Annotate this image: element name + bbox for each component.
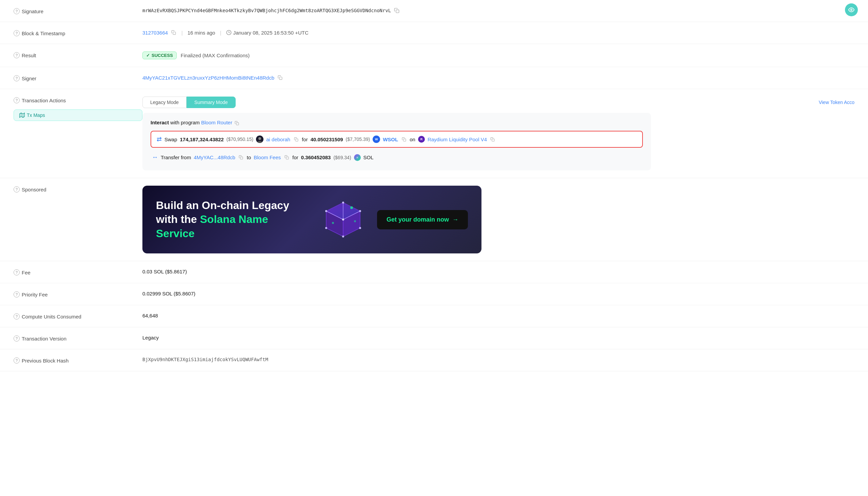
wsol-copy-icon[interactable]	[401, 136, 407, 142]
svg-point-10	[258, 137, 261, 140]
transfer-action-row: ↔ Transfer from 4MyYAC...48Rdcb to Bloom…	[151, 151, 643, 164]
compute-units-help-icon[interactable]: ?	[14, 313, 20, 320]
transfer-amount: 0.360452083	[301, 155, 331, 160]
block-label: ? Block & Timestamp	[14, 30, 143, 36]
signature-content: mrWAzEvRXBQSJPKPCYnd4eGBFMnkeo4KTkzkyBv7…	[143, 7, 854, 14]
banner-cta-button[interactable]: Get your domain now →	[377, 210, 468, 229]
tx-version-label: ? Transaction Version	[14, 335, 143, 341]
sponsored-banner[interactable]: Build an On-chain Legacy with the Solana…	[143, 186, 481, 253]
block-number-link[interactable]: 312703664	[143, 30, 168, 35]
prev-hash-content: BjXpvU9nhDKTEJXgiS13imiajfdcokYSvLUQWUFA…	[143, 357, 854, 362]
cube-graphic	[323, 199, 363, 240]
compute-units-row: ? Compute Units Consumed 64,648	[0, 305, 868, 327]
map-icon	[19, 112, 25, 118]
svg-rect-15	[240, 157, 243, 159]
pool-copy-icon[interactable]	[490, 136, 496, 142]
svg-point-29	[325, 227, 327, 229]
transaction-actions-label-col: ? Transaction Actions Tx Maps	[14, 96, 143, 121]
to-label: to	[247, 155, 251, 160]
eye-button[interactable]	[845, 3, 858, 16]
on-label: on	[409, 137, 415, 142]
for-label: for	[302, 137, 308, 142]
tx-version-content: Legacy	[143, 335, 854, 341]
svg-point-26	[325, 210, 327, 212]
transfer-usd: ($69.34)	[333, 155, 351, 160]
swap-receive-usd: ($7,705.39)	[346, 137, 370, 142]
compute-units-value: 64,648	[143, 313, 158, 319]
wsol-token-chip: W	[373, 136, 380, 143]
mode-selector-row: Legacy Mode Summary Mode View Token Acco	[143, 96, 854, 108]
transfer-for-label: for	[292, 155, 298, 160]
user-copy-icon[interactable]	[293, 136, 299, 142]
priority-fee-help-icon[interactable]: ?	[14, 291, 20, 297]
signature-row: ? Signature mrWAzEvRXBQSJPKPCYnd4eGBFMnk…	[0, 0, 868, 22]
transfer-icon: ↔	[152, 154, 158, 161]
svg-point-32	[332, 222, 334, 224]
block-help-icon[interactable]: ?	[14, 30, 20, 36]
swap-usd: ($70,950.15)	[226, 137, 253, 142]
program-copy-icon[interactable]	[234, 120, 240, 126]
priority-fee-label: ? Priority Fee	[14, 291, 143, 297]
svg-point-24	[342, 202, 344, 204]
check-icon: ✓	[146, 53, 150, 58]
signer-copy-icon[interactable]	[277, 75, 283, 81]
sponsored-help-icon[interactable]: ?	[14, 186, 20, 192]
with-program-label: with program	[170, 120, 201, 125]
signature-help-icon[interactable]: ?	[14, 8, 20, 14]
bloom-fees-copy-icon[interactable]	[283, 155, 289, 160]
sponsored-row: ? Sponsored Build an On-chain Legacy wit…	[0, 178, 868, 261]
svg-point-33	[354, 220, 356, 222]
bloom-fees-link[interactable]: Bloom Fees	[254, 155, 281, 160]
svg-rect-13	[403, 139, 406, 141]
prev-hash-value: BjXpvU9nhDKTEJXgiS13imiajfdcokYSvLUQWUFA…	[143, 357, 268, 362]
view-token-link[interactable]: View Token Acco	[819, 99, 854, 105]
pool-link[interactable]: Raydium Liquidity Pool V4	[428, 137, 487, 142]
transfer-from-link[interactable]: 4MyYAC...48Rdcb	[194, 155, 235, 160]
prev-hash-label: ? Previous Block Hash	[14, 357, 143, 363]
result-row: ? Result ✓ SUCCESS Finalized (MAX Confir…	[0, 44, 868, 67]
signature-copy-icon[interactable]	[394, 7, 400, 14]
signer-address-link[interactable]: 4MyYAC21xTGVELzn3ruxxYzP6zHHMomBi8tNEn48…	[143, 75, 274, 81]
result-label: ? Result	[14, 51, 143, 58]
signer-help-icon[interactable]: ?	[14, 75, 20, 81]
transfer-token: SOL	[363, 155, 374, 160]
svg-point-1	[851, 9, 852, 11]
transaction-actions-row: ? Transaction Actions Tx Maps Legacy Mod…	[0, 89, 868, 178]
svg-rect-0	[396, 10, 399, 13]
transfer-label: Transfer from	[161, 155, 191, 160]
user-link[interactable]: ai deborah	[266, 137, 290, 142]
svg-rect-4	[279, 77, 282, 80]
signature-label: ? Signature	[14, 7, 143, 14]
time-ago: 16 mins ago	[188, 30, 215, 35]
priority-fee-content: 0.02999 SOL ($5.8607)	[143, 291, 854, 296]
prev-hash-help-icon[interactable]: ?	[14, 357, 20, 363]
prev-hash-row: ? Previous Block Hash BjXpvU9nhDKTEJXgiS…	[0, 349, 868, 371]
interact-line: Interact with program Bloom Router	[151, 120, 643, 126]
mode-buttons: Legacy Mode Summary Mode	[143, 96, 236, 108]
result-content: ✓ SUCCESS Finalized (MAX Confirmations)	[143, 51, 854, 59]
action-box: Interact with program Bloom Router ⇄ Swa…	[143, 113, 651, 170]
transfer-from-copy-icon[interactable]	[238, 155, 244, 160]
svg-rect-12	[296, 139, 298, 141]
tx-version-value: Legacy	[143, 335, 159, 341]
summary-mode-button[interactable]: Summary Mode	[186, 96, 236, 108]
svg-rect-2	[173, 32, 176, 34]
result-help-icon[interactable]: ?	[14, 52, 20, 58]
signature-value: mrWAzEvRXBQSJPKPCYnd4eGBFMnkeo4KTkzkyBv7…	[143, 8, 391, 13]
wsol-token-link[interactable]: WSOL	[383, 137, 398, 142]
svg-marker-5	[20, 113, 25, 117]
fee-help-icon[interactable]: ?	[14, 269, 20, 276]
swap-action-row: ⇄ Swap 174,187,324.43822 ($70,950.15) ai…	[151, 131, 643, 148]
tx-version-help-icon[interactable]: ?	[14, 336, 20, 341]
block-separator: |	[181, 30, 183, 35]
legacy-mode-button[interactable]: Legacy Mode	[143, 96, 186, 108]
tx-actions-help-icon[interactable]: ?	[14, 97, 20, 103]
banner-text: Build an On-chain Legacy with the Solana…	[156, 199, 309, 241]
bloom-router-link[interactable]: Bloom Router	[201, 120, 232, 125]
finalized-text: Finalized (MAX Confirmations)	[181, 52, 250, 58]
clock-icon	[226, 30, 231, 35]
svg-rect-16	[286, 157, 288, 159]
priority-fee-value: 0.02999 SOL ($5.8607)	[143, 291, 195, 296]
block-copy-icon[interactable]	[170, 30, 177, 35]
tx-maps-button[interactable]: Tx Maps	[14, 109, 143, 121]
